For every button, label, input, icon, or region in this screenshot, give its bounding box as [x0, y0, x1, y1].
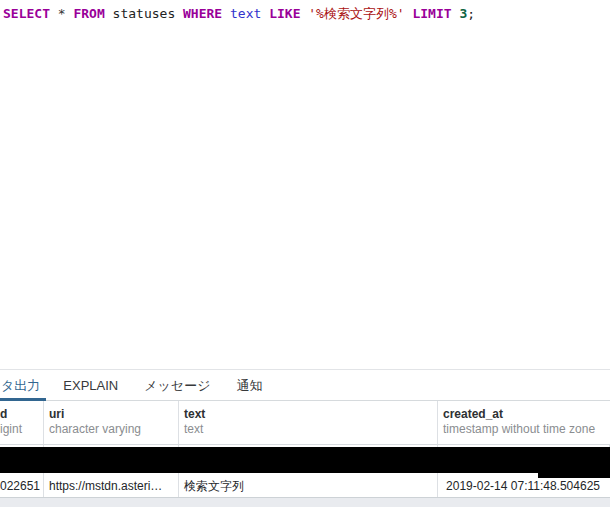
cell-uri[interactable]: https://mstdn.asteri…	[44, 475, 179, 497]
tab-notifications[interactable]: 通知	[223, 371, 275, 400]
sql-token-where: WHERE	[183, 6, 230, 21]
sql-token-star: *	[58, 6, 74, 21]
column-header-text[interactable]: text text	[179, 401, 438, 444]
sql-token-table: statuses	[113, 6, 183, 21]
cell-created-at[interactable]: 2019-02-14 07:11:48.504625	[438, 475, 610, 497]
column-name: created_at	[443, 407, 606, 422]
sql-query-editor[interactable]: SELECT * FROM statuses WHERE text LIKE '…	[0, 0, 610, 370]
data-output-panel: タ出力 EXPLAIN メッセージ 通知 d igint uri charact…	[0, 371, 610, 507]
column-type: igint	[0, 422, 39, 437]
column-type: character varying	[49, 422, 174, 437]
sql-token-select: SELECT	[3, 6, 58, 21]
sql-token-string: '%検索文字列%'	[308, 6, 412, 21]
sql-token-like: LIKE	[269, 6, 308, 21]
redaction-bar-notch	[538, 447, 610, 478]
sql-token-limit: LIMIT	[412, 6, 459, 21]
results-grid-header: d igint uri character varying text text …	[0, 401, 610, 445]
column-header-created-at[interactable]: created_at timestamp without time zone	[438, 401, 610, 444]
column-header-id[interactable]: d igint	[0, 401, 44, 444]
sql-token-semicolon: ;	[467, 6, 475, 21]
sql-token-column: text	[230, 6, 269, 21]
sql-code-line: SELECT * FROM statuses WHERE text LIKE '…	[0, 0, 610, 23]
horizontal-scrollbar-track[interactable]	[0, 498, 610, 507]
sql-token-from: FROM	[73, 6, 112, 21]
column-header-uri[interactable]: uri character varying	[44, 401, 179, 444]
output-tab-bar: タ出力 EXPLAIN メッセージ 通知	[0, 371, 610, 401]
tab-messages[interactable]: メッセージ	[131, 371, 223, 400]
cell-id[interactable]: 022651	[0, 475, 44, 497]
column-type: timestamp without time zone	[443, 422, 606, 437]
column-type: text	[184, 422, 433, 437]
cell-text[interactable]: 検索文字列	[179, 475, 438, 497]
tab-data-output[interactable]: タ出力	[0, 371, 50, 400]
tab-explain[interactable]: EXPLAIN	[50, 371, 131, 400]
column-name: uri	[49, 407, 174, 422]
table-row-redacted[interactable]	[0, 445, 610, 475]
table-row[interactable]: 022651 https://mstdn.asteri… 検索文字列 2019-…	[0, 475, 610, 498]
column-name: d	[0, 407, 39, 422]
column-name: text	[184, 407, 433, 422]
redaction-bar	[0, 447, 610, 473]
